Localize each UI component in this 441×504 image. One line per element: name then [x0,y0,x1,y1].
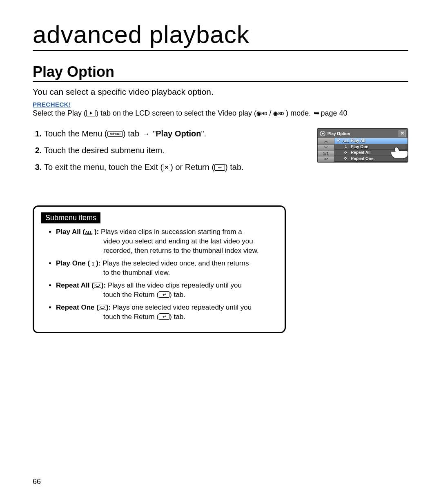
repeat-all-icon [94,283,101,288]
exit-icon: ✕ [163,164,170,171]
precheck-text: Select the Play () tab on the LCD screen… [33,109,408,118]
play-one-icon: 1 [343,145,349,149]
arrow-right-icon: → [143,130,150,138]
lcd-page-indicator: 1/1 [318,151,334,156]
lcd-play-icon [319,130,326,137]
precheck-pageref: page 40 [321,109,347,117]
intro-text: You can select a specific video playback… [33,87,408,97]
submenu-desc-rest-post: ) tab. [169,291,185,299]
submenu-desc-rest-pre: touch the Return ( [103,291,159,299]
submenu-desc-line1: Plays the selected video once, and then … [102,259,249,267]
submenu-item-name: Repeat One [56,303,94,311]
lcd-row-label: Play All [351,138,365,143]
lcd-row-label: Play One [351,145,368,149]
submenu-item-name: Repeat All [56,281,90,289]
precheck-pre: Select the Play ( [33,109,86,117]
step3-post: ) tab. [225,163,244,172]
arrow-right-icon: ➥ [314,109,320,117]
repeat-one-icon: ⟳ [343,156,349,161]
play-tab-icon [86,110,96,116]
submenu-repeat-all: Repeat All (): Plays all the video clips… [56,281,276,300]
submenu-desc-rest: video you select and ending at the last … [56,237,276,256]
lcd-preview: Play Option ✕ ︿ ﹀ 1/1 ↩ ✔ ALL Play All [317,128,408,163]
submenu-play-one: Play One ( 1 ): Plays the selected video… [56,259,276,278]
svg-marker-1 [322,132,324,135]
step3-pre: To exit the menu, touch the Exit ( [44,163,163,172]
page-number: 66 [33,477,41,486]
step1-target: Play Option [156,129,201,138]
step1-pre: Touch the Menu ( [44,129,107,138]
step-1: Touch the Menu (MENU) tab → "Play Option… [44,128,297,139]
submenu-play-all: Play All (ALL ): Plays video clips in su… [56,227,276,256]
lcd-row-label: Repeat One [351,156,374,161]
step1-mid: ) tab [123,129,142,138]
submenu-list: Play All (ALL ): Plays video clips in su… [41,227,276,321]
precheck-slash: / [267,109,271,117]
return-icon: ↩ [214,164,225,171]
submenu-desc-rest-post: ) tab. [169,313,185,321]
precheck-post: ) mode. [284,109,313,117]
submenu-item-name: Play All [56,228,81,236]
play-all-icon: ALL [85,230,92,236]
submenu-title: Submenu items [41,212,100,223]
check-icon: ✔ [337,138,342,143]
lcd-row-play-all[interactable]: ✔ ALL Play All [334,138,408,144]
submenu-desc-rest: to the thumbnail view. [56,268,276,278]
return-icon: ↩ [159,291,169,298]
repeat-one-icon [99,305,106,310]
step-2: Touch the desired submenu item. [44,145,297,156]
step1-qo: " [151,129,156,138]
precheck-label: PRECHECK! [33,101,71,108]
repeat-all-icon: ⟳ [343,151,349,155]
lcd-row-repeat-one[interactable]: ⟳ Repeat One [334,156,408,162]
submenu-desc-line1: Plays one selected video repeatedly unti… [113,303,252,311]
chapter-title: advanced playback [33,20,408,51]
precheck-mid: ) tab on the LCD screen to select the Vi… [96,109,256,117]
return-icon: ↩ [159,313,169,320]
lcd-title: Play Option [326,132,399,136]
play-all-icon: ALL [343,139,349,143]
precheck-block: PRECHECK! Select the Play () tab on the … [33,101,408,118]
submenu-item-name: Play One [56,259,86,267]
video-sd-icon: SD [273,110,284,116]
step-3: To exit the menu, touch the Exit (✕) or … [44,162,297,173]
lcd-list: ✔ ALL Play All 1 Play One ⟳ Repeat All [334,138,408,162]
step1-qc: ". [201,129,206,138]
lcd-sidebar: ︿ ﹀ 1/1 ↩ [318,138,334,162]
step3-mid: ) or Return ( [170,163,214,172]
submenu-desc-rest-pre: touch the Return ( [103,313,159,321]
lcd-back-button[interactable]: ↩ [318,156,334,162]
section-title: Play Option [33,63,408,82]
submenu-desc-line1: Plays all the video clips repeatedly unt… [108,281,242,289]
steps-list: Touch the Menu (MENU) tab → "Play Option… [33,128,297,173]
lcd-row-repeat-all[interactable]: ⟳ Repeat All [334,150,408,156]
lcd-down-button[interactable]: ﹀ [318,145,334,151]
submenu-repeat-one: Repeat One (): Plays one selected video … [56,303,276,322]
lcd-up-button[interactable]: ︿ [318,138,334,145]
lcd-header: Play Option ✕ [318,129,408,138]
lcd-body: ︿ ﹀ 1/1 ↩ ✔ ALL Play All 1 Play One [318,138,408,162]
submenu-items-box: Submenu items Play All (ALL ): Plays vid… [33,205,286,333]
video-hd-icon: HD [256,110,267,116]
lcd-close-button[interactable]: ✕ [399,130,406,137]
submenu-desc-line1: Plays video clips in succession starting… [101,228,242,236]
lcd-row-label: Repeat All [351,150,371,155]
menu-tab-icon: MENU [107,131,123,137]
lcd-row-play-one[interactable]: 1 Play One [334,144,408,150]
